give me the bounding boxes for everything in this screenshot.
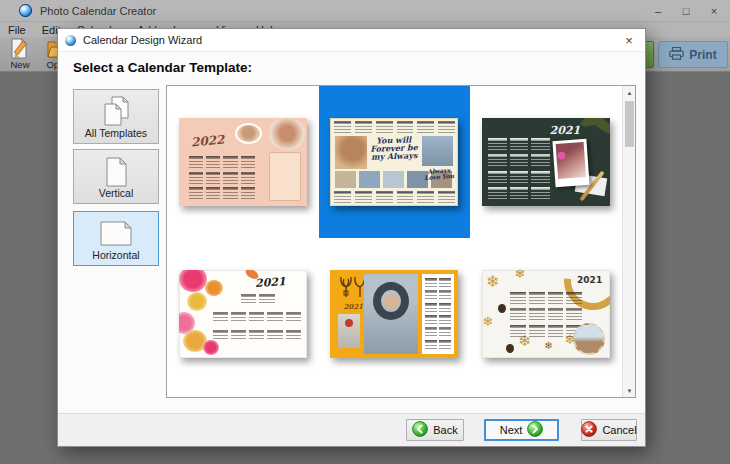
month-grid [425, 278, 451, 350]
baby-photo [235, 123, 262, 144]
dialog-close-icon[interactable]: × [620, 29, 638, 51]
window-title: Photo Calendar Creator [40, 5, 156, 17]
template-thumbnail[interactable]: 2021 [179, 270, 307, 358]
flower [205, 280, 223, 296]
flower [179, 270, 207, 292]
collage-photo [422, 136, 453, 166]
scrollbar-thumb[interactable] [625, 101, 634, 147]
print-button[interactable]: Print [658, 41, 728, 68]
small-photo [338, 314, 360, 348]
template-yellow-winter-kids[interactable]: 2021 [319, 238, 471, 390]
script-caption: You will Forever be my Always [368, 135, 421, 161]
next-arrow-icon [527, 421, 543, 439]
cancel-x-icon [581, 421, 597, 439]
scroll-down-icon[interactable]: ▼ [623, 384, 636, 397]
gallery-scrollbar[interactable]: ▲ ▼ [622, 86, 635, 397]
template-thumbnail[interactable]: 2022 [179, 118, 307, 206]
flower [203, 340, 219, 355]
window-controls: – □ × [644, 0, 728, 22]
filter-label: All Templates [85, 127, 147, 139]
month-grid [213, 330, 301, 341]
snowflake-icon: ❄ [544, 340, 552, 351]
round-photo [573, 323, 605, 355]
filter-all-templates-button[interactable]: All Templates [73, 89, 159, 144]
filter-vertical-button[interactable]: Vertical [73, 149, 159, 204]
new-document-icon [9, 38, 31, 59]
month-grid [189, 156, 255, 200]
template-year: 2022 [190, 133, 224, 150]
back-button[interactable]: Back [406, 419, 464, 441]
dialog-footer: Back Next [58, 413, 645, 446]
template-thumbnail[interactable]: You will Forever be my Always Always Lov… [330, 118, 458, 206]
template-golden-snowflakes[interactable]: ❄ ❄ ❄ ❄ ❄ ❄ 2021 [470, 238, 622, 390]
filter-label: Horizontal [92, 249, 139, 261]
print-button-label: Print [689, 48, 716, 62]
new-button-label: New [10, 59, 29, 70]
month-grid [213, 312, 301, 323]
polaroid-photo [553, 139, 590, 187]
collage-photo [335, 136, 367, 169]
app-window: Photo Calendar Creator – □ × File Edit C… [0, 0, 730, 464]
pinecone [498, 304, 506, 313]
filter-horizontal-button[interactable]: Horizontal [73, 211, 159, 266]
snowflake-icon: ❄ [482, 314, 493, 329]
template-gallery-panel: 2022 You will Forever be my Always [166, 85, 636, 398]
dialog-title: Calendar Design Wizard [83, 34, 202, 46]
month-grid [241, 294, 275, 305]
template-peach-baby[interactable]: 2022 [167, 86, 319, 238]
minimize-icon[interactable]: – [644, 0, 672, 22]
portrait-photo [267, 118, 307, 152]
cancel-button-label: Cancel [602, 424, 636, 436]
month-grid [510, 292, 582, 338]
month-grid [488, 138, 550, 200]
next-button[interactable]: Next [484, 419, 559, 441]
template-forever-always-selected[interactable]: You will Forever be my Always Always Lov… [319, 86, 471, 238]
cancel-button[interactable]: Cancel [581, 419, 637, 441]
month-row [334, 191, 454, 203]
template-watercolor-floral[interactable]: 2021 [167, 238, 319, 390]
page-title: Select a Calendar Template: [73, 60, 252, 75]
snowflake-icon: ❄ [486, 272, 499, 291]
printer-icon [669, 47, 684, 63]
template-year: 2021 [577, 275, 602, 285]
winter-child-photo [364, 274, 418, 354]
snowflake-icon: ❄ [514, 270, 525, 281]
template-year: 2021 [550, 124, 581, 137]
new-button[interactable]: New [2, 38, 38, 71]
scroll-up-icon[interactable]: ▲ [623, 86, 636, 99]
wizard-icon [65, 35, 76, 46]
notes-panel [269, 152, 301, 201]
template-year: 2021 [254, 275, 285, 290]
month-row [334, 121, 454, 133]
app-icon [19, 4, 32, 17]
next-button-label: Next [500, 424, 523, 436]
back-arrow-icon [412, 421, 428, 439]
close-icon[interactable]: × [700, 0, 728, 22]
calendar-design-wizard-dialog: Calendar Design Wizard × Select a Calend… [57, 28, 646, 447]
template-thumbnail[interactable]: 2021 [330, 270, 458, 358]
title-bar: Photo Calendar Creator – □ × [0, 0, 730, 22]
maximize-icon[interactable]: □ [672, 0, 700, 22]
filter-label: Vertical [99, 187, 133, 199]
script-caption-2: Always Love You [421, 167, 458, 181]
template-dark-chalkboard[interactable]: 2021 [470, 86, 622, 238]
template-thumbnail[interactable]: ❄ ❄ ❄ ❄ ❄ ❄ 2021 [482, 270, 610, 358]
menu-file[interactable]: File [0, 22, 34, 37]
back-button-label: Back [433, 424, 457, 436]
dialog-header: Calendar Design Wizard × [58, 29, 645, 52]
template-thumbnail[interactable]: 2021 [482, 118, 610, 206]
flower [187, 292, 207, 311]
template-grid: 2022 You will Forever be my Always [167, 86, 622, 397]
template-year: 2021 [343, 302, 362, 311]
pinecone [506, 344, 514, 353]
